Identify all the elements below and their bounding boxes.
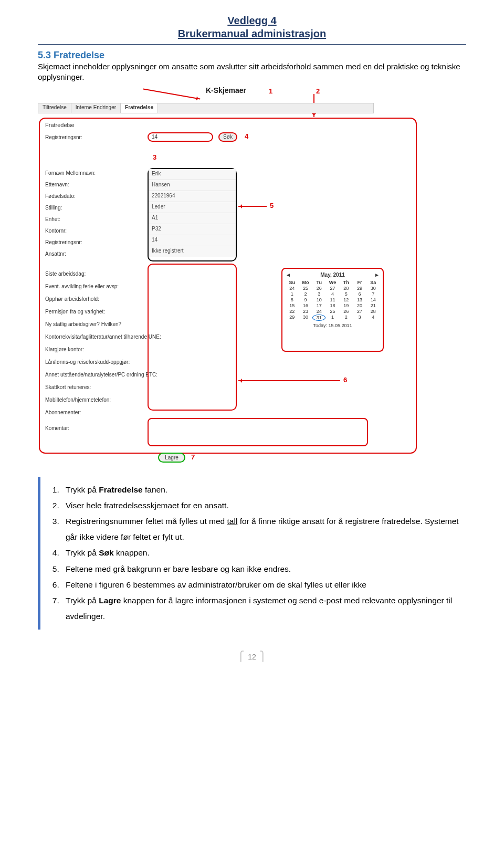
cal-day-cell[interactable]: 22	[286, 309, 299, 314]
label-kontornr: Kontornr:	[45, 228, 145, 239]
lagre-button[interactable]: Lagre	[158, 453, 185, 463]
cal-day-cell[interactable]: 15	[286, 303, 299, 308]
cal-month: May, 2011	[320, 272, 345, 278]
label-stilling: Stilling:	[45, 205, 145, 216]
cal-day-cell[interactable]: 24	[286, 286, 299, 291]
val-fornavn: Erik	[149, 169, 236, 180]
cal-today[interactable]: Today: 15.05.2011	[286, 323, 380, 328]
cal-day-cell[interactable]: 5	[340, 291, 353, 297]
steps-list: Trykk på Fratredelse fanen.Viser hele fr…	[61, 482, 464, 625]
cal-day-cell[interactable]: 27	[353, 309, 366, 314]
cal-day-cell[interactable]: 6	[353, 291, 366, 297]
cal-day-header: Sa	[366, 280, 380, 285]
cal-day-cell[interactable]: 2	[299, 291, 312, 297]
label-enhet: Enhet:	[45, 216, 145, 228]
tab-interne-endringer[interactable]: Interne Endringer	[71, 103, 121, 113]
cal-day-cell[interactable]: 7	[366, 291, 380, 297]
calendar-grid: SuMoTuWeThFrSa24252627282930123456789101…	[286, 280, 380, 321]
steps-block: Trykk på Fratredelse fanen.Viser hele fr…	[38, 477, 466, 630]
reg-label: Registreringsnr:	[45, 134, 82, 140]
cal-day-cell[interactable]: 25	[326, 309, 339, 314]
cal-day-header: Th	[340, 280, 353, 285]
cal-day-cell[interactable]: 23	[299, 309, 312, 314]
label-fodselsdato: Fødselsdato:	[45, 193, 145, 205]
cal-day-cell[interactable]: 16	[299, 303, 312, 308]
cal-day-header: Su	[286, 280, 299, 285]
cal-day-cell[interactable]: 31	[312, 315, 326, 321]
calendar-widget[interactable]: ◄ May, 2011 ► SuMoTuWeThFrSa242526272829…	[281, 268, 384, 352]
val-enhet: A1	[149, 213, 236, 224]
cal-day-cell[interactable]: 29	[353, 286, 366, 291]
cal-day-header: We	[326, 280, 339, 285]
form-screenshot: K-Skjemaer 1 2 Tiltredelse Interne Endri…	[38, 86, 468, 469]
val-fodselsdato: 22021964	[149, 191, 236, 202]
cal-day-cell[interactable]: 12	[340, 297, 353, 302]
page-number-brace: ⎧12⎫	[38, 651, 466, 662]
callout-2: 2	[316, 87, 320, 95]
cal-day-cell[interactable]: 9	[299, 297, 312, 302]
cal-day-cell[interactable]: 28	[340, 286, 353, 291]
cal-day-cell[interactable]: 1	[286, 291, 299, 297]
cal-day-cell[interactable]: 18	[326, 303, 339, 308]
callout-7: 7	[191, 453, 195, 461]
step-item: Trykk på Lagre knappen for å lagre infor…	[61, 593, 464, 624]
cal-day-cell[interactable]: 3	[312, 291, 326, 297]
step-item: Trykk på Søk knappen.	[61, 545, 464, 561]
cal-day-cell[interactable]: 13	[353, 297, 366, 302]
header-rule	[38, 44, 466, 45]
cal-day-cell[interactable]: 19	[340, 303, 353, 308]
callout-3: 3	[153, 153, 156, 161]
cal-day-header: Tu	[312, 280, 326, 285]
cal-day-cell[interactable]: 21	[366, 303, 380, 308]
cal-day-cell[interactable]: 1	[326, 315, 339, 321]
details-labels-column: Fornavn Mellomnavn: Etternavn: Fødselsda…	[45, 170, 145, 263]
cal-day-cell[interactable]: 25	[299, 286, 312, 291]
cal-day-cell[interactable]: 20	[353, 303, 366, 308]
reg-input[interactable]: 14	[148, 132, 213, 142]
step-item: Feltene i figuren 6 bestemmes av adminis…	[61, 577, 464, 593]
cal-day-cell[interactable]: 30	[366, 286, 380, 291]
cal-next-icon[interactable]: ►	[374, 272, 380, 278]
cal-day-cell[interactable]: 8	[286, 297, 299, 302]
cal-day-cell[interactable]: 3	[353, 315, 366, 321]
cal-day-cell[interactable]: 26	[340, 309, 353, 314]
app-title: K-Skjemaer	[206, 86, 246, 95]
arrow-icon	[143, 88, 201, 99]
cal-day-cell[interactable]: 10	[312, 297, 326, 302]
cal-day-cell[interactable]: 11	[326, 297, 339, 302]
page-number: 12	[248, 653, 256, 661]
cal-prev-icon[interactable]: ◄	[286, 272, 291, 278]
tab-tiltredelse[interactable]: Tiltredelse	[38, 103, 71, 113]
cal-day-cell[interactable]: 26	[312, 286, 326, 291]
step-item: Viser hele fratredelsesskjemaet for en a…	[61, 498, 464, 514]
cal-day-cell[interactable]: 24	[312, 309, 326, 314]
val-registreringsnr: 14	[149, 235, 236, 246]
doc-title-2: Brukermanual administrasjon	[38, 28, 466, 40]
section-heading: 5.3 Fratredelse	[38, 50, 466, 61]
val-etternavn: Hansen	[149, 180, 236, 191]
cal-day-header: Mo	[299, 280, 312, 285]
callout-5: 5	[270, 202, 274, 209]
cal-day-cell[interactable]: 4	[326, 291, 339, 297]
cal-day-cell[interactable]: 14	[366, 297, 380, 302]
label-registreringsnr: Registreringsnr:	[45, 239, 145, 251]
cal-day-cell[interactable]: 17	[312, 303, 326, 308]
cal-day-cell[interactable]: 2	[340, 315, 353, 321]
cal-day-cell[interactable]: 29	[286, 315, 299, 321]
cal-day-cell[interactable]: 27	[326, 286, 339, 291]
komentar-textarea[interactable]	[148, 418, 368, 446]
tab-fratredelse[interactable]: Fratredelse	[121, 103, 158, 113]
callout-6: 6	[343, 376, 347, 384]
cal-day-cell[interactable]: 30	[299, 315, 312, 321]
doc-title-1: Vedlegg 4	[38, 15, 466, 27]
callout-4: 4	[245, 132, 248, 140]
sok-button[interactable]: Søk	[218, 132, 237, 142]
callout-1: 1	[269, 87, 272, 95]
komentar-label: Komentar:	[45, 425, 69, 431]
section-intro: Skjemaet inneholder opplysninger om ansa…	[38, 61, 466, 83]
cal-day-cell[interactable]: 28	[366, 309, 380, 314]
step-item: Feltene med grå bakgrunn er bare lesbare…	[61, 561, 464, 577]
cal-day-cell[interactable]: 4	[366, 315, 380, 321]
label-ansattnr: Ansattnr:	[45, 251, 145, 263]
step-item: Trykk på Fratredelse fanen.	[61, 482, 464, 498]
